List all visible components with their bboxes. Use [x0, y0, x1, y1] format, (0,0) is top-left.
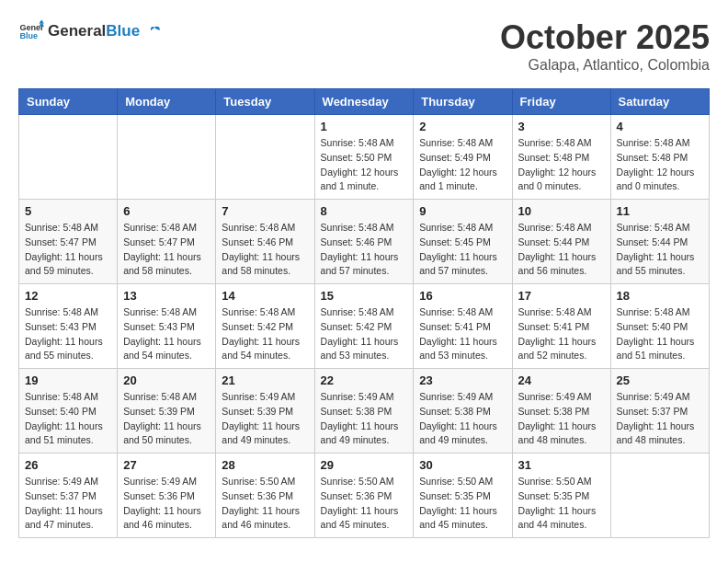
day-number: 9	[419, 204, 506, 218]
day-info: Sunrise: 5:49 AM Sunset: 5:37 PM Dayligh…	[617, 390, 703, 448]
day-number: 18	[617, 289, 703, 303]
day-number: 12	[25, 289, 111, 303]
day-number: 19	[25, 373, 111, 387]
day-number: 2	[419, 120, 506, 133]
calendar-cell: 10Sunrise: 5:48 AM Sunset: 5:44 PM Dayli…	[512, 200, 610, 284]
calendar-cell: 14Sunrise: 5:48 AM Sunset: 5:42 PM Dayli…	[216, 284, 314, 369]
day-info: Sunrise: 5:48 AM Sunset: 5:44 PM Dayligh…	[518, 221, 605, 279]
day-info: Sunrise: 5:50 AM Sunset: 5:35 PM Dayligh…	[518, 475, 605, 533]
calendar-cell: 3Sunrise: 5:48 AM Sunset: 5:48 PM Daylig…	[512, 115, 610, 200]
day-info: Sunrise: 5:48 AM Sunset: 5:41 PM Dayligh…	[419, 305, 506, 363]
calendar-cell: 6Sunrise: 5:48 AM Sunset: 5:47 PM Daylig…	[118, 200, 216, 284]
day-header-thursday: Thursday	[414, 89, 512, 115]
day-number: 22	[321, 373, 408, 387]
calendar-cell: 29Sunrise: 5:50 AM Sunset: 5:36 PM Dayli…	[314, 454, 414, 538]
day-number: 11	[617, 204, 703, 218]
day-info: Sunrise: 5:48 AM Sunset: 5:45 PM Dayligh…	[419, 221, 506, 279]
day-number: 7	[222, 204, 308, 218]
day-number: 26	[25, 458, 111, 472]
calendar-cell: 28Sunrise: 5:50 AM Sunset: 5:36 PM Dayli…	[216, 454, 314, 538]
calendar-cell: 11Sunrise: 5:48 AM Sunset: 5:44 PM Dayli…	[610, 200, 709, 284]
day-number: 23	[419, 373, 506, 387]
location-subtitle: Galapa, Atlantico, Colombia	[500, 57, 710, 74]
day-number: 27	[123, 458, 210, 472]
calendar-cell: 9Sunrise: 5:48 AM Sunset: 5:45 PM Daylig…	[414, 200, 512, 284]
calendar-cell: 31Sunrise: 5:50 AM Sunset: 5:35 PM Dayli…	[512, 454, 610, 538]
day-info: Sunrise: 5:48 AM Sunset: 5:44 PM Dayligh…	[617, 221, 703, 279]
logo-blue: Blue	[106, 22, 140, 40]
day-number: 1	[321, 120, 408, 133]
calendar-cell: 20Sunrise: 5:48 AM Sunset: 5:39 PM Dayli…	[118, 369, 216, 454]
page-header: General Blue GeneralBlue October 2025 Ga…	[18, 18, 710, 74]
day-info: Sunrise: 5:48 AM Sunset: 5:39 PM Dayligh…	[123, 390, 210, 448]
day-info: Sunrise: 5:49 AM Sunset: 5:38 PM Dayligh…	[518, 390, 605, 448]
logo-icon: General Blue	[18, 18, 44, 44]
calendar-cell: 4Sunrise: 5:48 AM Sunset: 5:48 PM Daylig…	[610, 115, 709, 200]
day-info: Sunrise: 5:48 AM Sunset: 5:48 PM Dayligh…	[617, 136, 703, 194]
day-info: Sunrise: 5:48 AM Sunset: 5:47 PM Dayligh…	[123, 221, 210, 279]
calendar-cell: 16Sunrise: 5:48 AM Sunset: 5:41 PM Dayli…	[414, 284, 512, 369]
calendar-cell: 21Sunrise: 5:49 AM Sunset: 5:39 PM Dayli…	[216, 369, 314, 454]
calendar-week-3: 12Sunrise: 5:48 AM Sunset: 5:43 PM Dayli…	[19, 284, 710, 369]
day-info: Sunrise: 5:49 AM Sunset: 5:38 PM Dayligh…	[419, 390, 506, 448]
day-number: 4	[617, 120, 703, 133]
day-info: Sunrise: 5:48 AM Sunset: 5:40 PM Dayligh…	[25, 390, 111, 448]
calendar-cell: 13Sunrise: 5:48 AM Sunset: 5:43 PM Dayli…	[118, 284, 216, 369]
day-number: 31	[518, 458, 605, 472]
day-number: 29	[321, 458, 408, 472]
day-number: 14	[222, 289, 308, 303]
calendar-cell: 24Sunrise: 5:49 AM Sunset: 5:38 PM Dayli…	[512, 369, 610, 454]
calendar-cell: 23Sunrise: 5:49 AM Sunset: 5:38 PM Dayli…	[414, 369, 512, 454]
day-header-wednesday: Wednesday	[314, 89, 414, 115]
calendar-cell: 2Sunrise: 5:48 AM Sunset: 5:49 PM Daylig…	[414, 115, 512, 200]
day-info: Sunrise: 5:48 AM Sunset: 5:41 PM Dayligh…	[518, 305, 605, 363]
day-info: Sunrise: 5:48 AM Sunset: 5:43 PM Dayligh…	[123, 305, 210, 363]
day-info: Sunrise: 5:50 AM Sunset: 5:36 PM Dayligh…	[222, 475, 308, 533]
day-info: Sunrise: 5:48 AM Sunset: 5:42 PM Dayligh…	[321, 305, 408, 363]
day-info: Sunrise: 5:48 AM Sunset: 5:42 PM Dayligh…	[222, 305, 308, 363]
day-info: Sunrise: 5:48 AM Sunset: 5:46 PM Dayligh…	[222, 221, 308, 279]
calendar-cell: 30Sunrise: 5:50 AM Sunset: 5:35 PM Dayli…	[414, 454, 512, 538]
calendar-cell: 1Sunrise: 5:48 AM Sunset: 5:50 PM Daylig…	[314, 115, 414, 200]
day-info: Sunrise: 5:48 AM Sunset: 5:48 PM Dayligh…	[518, 136, 605, 194]
calendar-cell: 7Sunrise: 5:48 AM Sunset: 5:46 PM Daylig…	[216, 200, 314, 284]
day-number: 10	[518, 204, 605, 218]
day-number: 15	[321, 289, 408, 303]
calendar-header-row: SundayMondayTuesdayWednesdayThursdayFrid…	[19, 89, 710, 115]
day-header-monday: Monday	[118, 89, 216, 115]
calendar-cell	[216, 115, 314, 200]
day-header-saturday: Saturday	[610, 89, 709, 115]
calendar-table: SundayMondayTuesdayWednesdayThursdayFrid…	[18, 88, 710, 538]
logo-bird-icon	[146, 24, 163, 40]
day-number: 17	[518, 289, 605, 303]
day-info: Sunrise: 5:48 AM Sunset: 5:43 PM Dayligh…	[25, 305, 111, 363]
month-title: October 2025	[500, 18, 710, 57]
logo: General Blue GeneralBlue	[18, 18, 163, 44]
title-area: October 2025 Galapa, Atlantico, Colombia	[500, 18, 710, 74]
day-info: Sunrise: 5:48 AM Sunset: 5:49 PM Dayligh…	[419, 136, 506, 194]
calendar-cell: 8Sunrise: 5:48 AM Sunset: 5:46 PM Daylig…	[314, 200, 414, 284]
day-info: Sunrise: 5:49 AM Sunset: 5:38 PM Dayligh…	[321, 390, 408, 448]
day-number: 24	[518, 373, 605, 387]
day-info: Sunrise: 5:50 AM Sunset: 5:36 PM Dayligh…	[321, 475, 408, 533]
day-number: 6	[123, 204, 210, 218]
day-header-friday: Friday	[512, 89, 610, 115]
calendar-cell: 19Sunrise: 5:48 AM Sunset: 5:40 PM Dayli…	[19, 369, 118, 454]
calendar-cell: 18Sunrise: 5:48 AM Sunset: 5:40 PM Dayli…	[610, 284, 709, 369]
day-header-tuesday: Tuesday	[216, 89, 314, 115]
day-number: 8	[321, 204, 408, 218]
svg-text:Blue: Blue	[19, 31, 38, 40]
day-number: 5	[25, 204, 111, 218]
calendar-cell: 22Sunrise: 5:49 AM Sunset: 5:38 PM Dayli…	[314, 369, 414, 454]
day-number: 21	[222, 373, 308, 387]
day-info: Sunrise: 5:48 AM Sunset: 5:40 PM Dayligh…	[617, 305, 703, 363]
day-info: Sunrise: 5:48 AM Sunset: 5:46 PM Dayligh…	[321, 221, 408, 279]
calendar-cell	[118, 115, 216, 200]
day-number: 16	[419, 289, 506, 303]
day-info: Sunrise: 5:49 AM Sunset: 5:36 PM Dayligh…	[123, 475, 210, 533]
day-number: 25	[617, 373, 703, 387]
day-header-sunday: Sunday	[19, 89, 118, 115]
day-number: 13	[123, 289, 210, 303]
calendar-cell: 25Sunrise: 5:49 AM Sunset: 5:37 PM Dayli…	[610, 369, 709, 454]
calendar-week-4: 19Sunrise: 5:48 AM Sunset: 5:40 PM Dayli…	[19, 369, 710, 454]
